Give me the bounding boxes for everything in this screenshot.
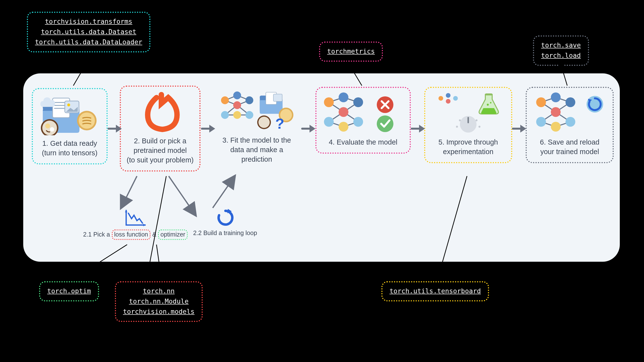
step-6-save-reload: 6. Save and reloadyour trained model: [526, 87, 614, 163]
step-caption: 2. Build or pick apretrained model(to su…: [126, 136, 195, 165]
loss-chart-icon: [123, 208, 148, 227]
svg-point-63: [490, 102, 492, 104]
flow-arrow-icon: [411, 125, 426, 132]
svg-point-21: [221, 111, 229, 119]
svg-point-44: [324, 97, 334, 107]
code-label: torch.utils.data.DataLoader: [35, 37, 142, 47]
data-folder-icon: [38, 94, 102, 135]
code-label: torch.nn.Module: [123, 296, 194, 306]
label-box-nn: torch.nn torch.nn.Module torchvision.mod…: [115, 281, 203, 322]
svg-point-47: [339, 107, 348, 117]
substep-text: 2.2 Build a training loop: [193, 229, 257, 236]
svg-rect-61: [485, 93, 492, 95]
svg-point-82: [551, 122, 561, 132]
svg-point-62: [487, 104, 489, 106]
svg-point-57: [438, 96, 443, 101]
svg-point-80: [551, 93, 561, 102]
svg-point-79: [536, 117, 546, 127]
svg-point-6: [42, 121, 57, 135]
optimizer-pill: optimizer: [158, 229, 188, 240]
code-label: torchmetrics: [327, 46, 375, 57]
substep-text: 2.1 Pick a: [83, 231, 112, 238]
svg-point-78: [536, 97, 546, 107]
pytorch-logo-icon: [139, 91, 181, 133]
svg-point-23: [233, 101, 241, 109]
svg-point-83: [566, 97, 575, 107]
code-label: torch.nn: [123, 286, 194, 296]
step-caption: 1. Get data ready(turn into tensors): [38, 139, 102, 158]
svg-point-4: [67, 104, 70, 106]
svg-point-48: [339, 122, 348, 132]
label-box-metrics: torchmetrics: [319, 42, 383, 62]
substep-2-1-loss-opt: 2.1 Pick a loss function & optimizer: [83, 208, 188, 240]
svg-point-60: [453, 96, 458, 101]
svg-point-58: [446, 93, 450, 98]
code-label: torch.load: [541, 50, 581, 61]
step-3-fit-model: ? 3. Fit the model to thedata and make a…: [213, 91, 301, 164]
fit-model-icon: ?: [218, 91, 296, 132]
svg-point-59: [446, 99, 450, 104]
substep-text: &: [150, 231, 158, 238]
substep-2-2-training-loop: 2.2 Build a training loop: [193, 208, 257, 236]
svg-point-7: [45, 124, 50, 128]
step-2-build-model: 2. Build or pick apretrained model(to su…: [120, 86, 200, 171]
svg-point-32: [258, 117, 270, 128]
svg-point-67: [476, 119, 478, 121]
code-label: torchvision.transforms: [35, 17, 142, 27]
step-1-get-data: 1. Get data ready(turn into tensors): [32, 88, 108, 164]
experimentation-icon: [432, 93, 505, 134]
svg-point-81: [551, 107, 561, 117]
svg-point-20: [221, 96, 229, 104]
svg-rect-30: [273, 94, 282, 102]
code-label: torch.optim: [47, 286, 91, 296]
svg-point-68: [456, 126, 458, 128]
code-label: torch.utils.data.Dataset: [35, 27, 142, 37]
svg-point-25: [246, 96, 253, 104]
label-box-saveload: torch.save torch.load: [533, 36, 589, 66]
svg-point-22: [233, 92, 241, 99]
svg-point-69: [478, 126, 480, 128]
svg-rect-65: [468, 117, 469, 123]
svg-point-11: [167, 96, 172, 101]
svg-point-24: [233, 111, 241, 119]
save-reload-icon: [531, 93, 610, 134]
code-label: torch.utils.tensorboard: [390, 286, 481, 296]
evaluate-model-icon: [322, 93, 405, 134]
step-5-improve: 5. Improve throughexperimentation: [424, 87, 512, 163]
svg-point-49: [353, 97, 363, 107]
step-caption: 3. Fit the model to thedata and make apr…: [213, 136, 301, 164]
svg-text:?: ?: [275, 115, 284, 132]
svg-point-66: [459, 119, 461, 121]
flow-arrow-icon: [301, 125, 316, 132]
svg-point-45: [324, 117, 334, 127]
svg-point-84: [566, 117, 575, 127]
loop-icon: [214, 208, 236, 227]
label-box-tensorboard: torch.utils.tensorboard: [382, 281, 489, 301]
flow-arrow-icon: [201, 125, 216, 132]
svg-point-46: [339, 93, 348, 102]
step-caption: 5. Improve throughexperimentation: [430, 137, 506, 157]
label-box-optim: torch.optim: [39, 281, 99, 301]
label-box-data: torchvision.transforms torch.utils.data.…: [27, 12, 150, 52]
flow-arrow-icon: [108, 125, 122, 132]
svg-point-52: [377, 115, 394, 132]
step-caption: 6. Save and reloadyour trained model: [531, 137, 608, 157]
svg-point-50: [353, 117, 363, 127]
code-label: torchvision.models: [123, 306, 194, 317]
step-caption: 4. Evaluate the model: [321, 137, 405, 147]
code-label: torch.save: [541, 40, 581, 50]
svg-point-26: [246, 111, 253, 119]
step-4-evaluate: 4. Evaluate the model: [316, 87, 411, 154]
loss-function-pill: loss function: [112, 229, 150, 240]
svg-point-8: [50, 127, 54, 132]
flow-arrow-icon: [512, 125, 527, 132]
